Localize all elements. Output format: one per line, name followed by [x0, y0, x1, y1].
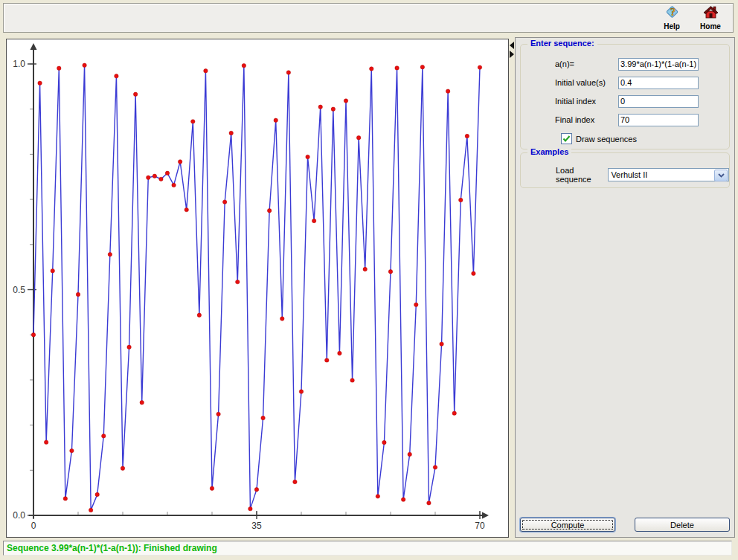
collapse-left-icon[interactable]	[510, 42, 514, 49]
draw-sequences-label: Draw sequences	[576, 135, 637, 144]
formula-label: a(n)=	[555, 59, 618, 68]
final-index-input[interactable]	[618, 114, 699, 126]
toolbar: ? Help Home	[3, 3, 734, 33]
dropdown-button[interactable]	[714, 170, 728, 181]
draw-sequences-checkbox[interactable]	[561, 133, 572, 144]
control-panel: Enter sequence: a(n)= Initial value(s) I…	[515, 37, 735, 538]
plot-canvas[interactable]: 035700.00.51.0	[6, 39, 509, 538]
initial-index-label: Initial index	[555, 97, 618, 106]
help-label: Help	[664, 23, 680, 30]
svg-text:?: ?	[670, 7, 676, 18]
status-text: Sequence 3.99*a(n-1)*(1-a(n-1)): Finishe…	[7, 543, 217, 553]
initial-index-input[interactable]	[618, 95, 699, 108]
checkmark-icon	[562, 134, 571, 144]
examples-title: Examples	[527, 147, 571, 156]
chevron-down-icon	[718, 173, 725, 178]
svg-text:70: 70	[475, 521, 485, 531]
svg-text:0.5: 0.5	[13, 285, 25, 295]
examples-group: Examples Load sequence Verhulst II	[520, 152, 730, 188]
status-bar: Sequence 3.99*a(n-1)*(1-a(n-1)): Finishe…	[3, 541, 732, 556]
initial-value-input[interactable]	[618, 77, 699, 89]
app-window: { "toolbar": { "help_label": "Help", "ho…	[0, 0, 738, 560]
initial-value-row: Initial value(s)	[555, 76, 729, 89]
action-buttons: Compute Delete	[520, 518, 730, 532]
formula-row: a(n)=	[555, 57, 729, 71]
load-sequence-selected: Verhulst II	[611, 170, 647, 179]
delete-button[interactable]: Delete	[635, 518, 730, 532]
load-sequence-label: Load sequence	[556, 166, 608, 184]
load-sequence-select[interactable]: Verhulst II	[608, 168, 729, 181]
svg-text:1.0: 1.0	[13, 59, 25, 69]
load-sequence-row: Load sequence Verhulst II	[556, 166, 729, 184]
home-button[interactable]: Home	[693, 5, 728, 30]
initial-index-row: Initial index	[555, 94, 729, 108]
formula-input[interactable]	[618, 58, 699, 71]
collapse-right-icon[interactable]	[510, 51, 514, 58]
help-button[interactable]: ? Help	[654, 5, 690, 30]
enter-sequence-title: Enter sequence:	[527, 39, 597, 48]
draw-sequences-row: Draw sequences	[561, 133, 729, 144]
final-index-row: Final index	[555, 113, 729, 126]
compute-button[interactable]: Compute	[520, 518, 615, 532]
splitter[interactable]	[510, 39, 515, 538]
enter-sequence-group: Enter sequence: a(n)= Initial value(s) I…	[520, 44, 730, 149]
home-icon	[702, 5, 719, 23]
svg-text:35: 35	[251, 521, 262, 531]
svg-text:0.0: 0.0	[13, 510, 25, 521]
help-icon: ?	[664, 5, 680, 23]
initial-value-label: Initial value(s)	[555, 78, 618, 87]
final-index-label: Final index	[555, 115, 618, 124]
svg-text:0: 0	[31, 521, 36, 531]
home-label: Home	[700, 23, 721, 30]
